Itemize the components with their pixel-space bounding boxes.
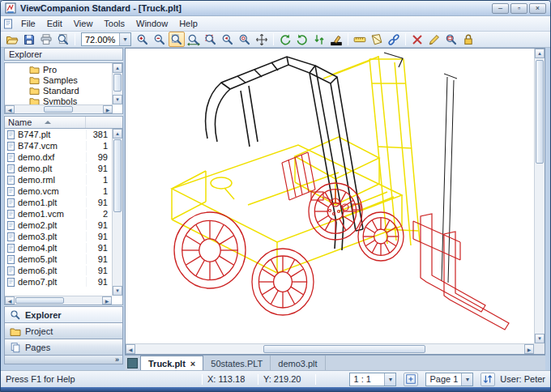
menu-view[interactable]: View (68, 17, 99, 30)
menu-edit[interactable]: Edit (41, 17, 68, 30)
zoom-rect-icon[interactable] (203, 32, 219, 47)
scroll-down-icon[interactable]: ▼ (113, 95, 122, 104)
file-list-horizontal-scrollbar[interactable]: ◀ ▶ (5, 296, 112, 305)
chevron-down-icon[interactable]: ▼ (461, 373, 472, 386)
erase-icon[interactable] (409, 32, 425, 47)
close-button[interactable]: × (529, 3, 546, 14)
scrollbar-thumb[interactable] (44, 106, 73, 113)
page-jump-button[interactable] (481, 373, 495, 386)
magnifier-window-icon[interactable] (443, 32, 459, 47)
canvas-vertical-scrollbar[interactable]: ▲ ▼ (534, 49, 545, 343)
flip-vertical-icon[interactable] (311, 32, 327, 47)
size-column-header[interactable] (86, 117, 122, 128)
file-row[interactable]: B747.plt381 (5, 129, 112, 140)
chevron-down-icon[interactable]: ▼ (119, 33, 130, 45)
tree-horizontal-scrollbar[interactable]: ◀ ▶ (5, 104, 113, 113)
maximize-button[interactable]: ▫ (510, 3, 528, 14)
file-row[interactable]: demo6.plt91 (5, 265, 112, 276)
print-preview-icon[interactable] (55, 32, 71, 47)
menu-tools[interactable]: Tools (98, 17, 130, 30)
file-row[interactable]: B747.vcm1 (5, 140, 112, 151)
chevron-down-icon[interactable]: ▼ (384, 373, 395, 386)
sidebar-nav-pages[interactable]: Pages (4, 339, 123, 356)
drawing-canvas[interactable]: ▲ ▼ ◀ ▶ (125, 48, 545, 355)
minimize-button[interactable]: – (492, 3, 509, 14)
scrollbar-thumb[interactable] (15, 297, 64, 304)
scrollbar-thumb[interactable] (263, 345, 425, 353)
chevrons-icon[interactable]: » (115, 356, 119, 364)
measure-distance-icon[interactable] (352, 32, 368, 47)
file-row[interactable]: demo5.plt91 (5, 254, 112, 265)
scroll-right-icon[interactable]: ▶ (524, 344, 534, 354)
scrollbar-thumb[interactable] (113, 74, 122, 92)
name-column-label: Name (8, 117, 32, 127)
tab-demo3.plt[interactable]: demo3.plt (271, 356, 325, 371)
scrollbar-thumb[interactable] (113, 139, 122, 212)
rotate-right-icon[interactable] (294, 32, 310, 47)
scroll-up-icon[interactable]: ▲ (535, 49, 545, 58)
sidebar-nav-explorer[interactable]: Explorer (4, 306, 123, 323)
mdi-child-icon[interactable] (3, 19, 13, 29)
markup-pen-icon[interactable] (426, 32, 442, 47)
canvas-horizontal-scrollbar[interactable]: ◀ ▶ (126, 343, 534, 354)
tree-item[interactable]: Pro (5, 64, 113, 75)
lock-icon[interactable] (460, 32, 476, 47)
file-row[interactable]: demo7.plt91 (5, 276, 112, 288)
sidebar-overflow-strip[interactable]: » (4, 355, 123, 364)
pen-color-icon[interactable] (328, 32, 344, 47)
tab-50states.plt[interactable]: 50states.PLT (203, 356, 271, 371)
scroll-up-icon[interactable]: ▲ (113, 63, 122, 73)
tree-item[interactable]: Standard (5, 85, 113, 96)
tree-item[interactable]: Samples (5, 75, 113, 85)
name-column-header[interactable]: Name (5, 117, 86, 128)
open-icon[interactable] (4, 32, 20, 47)
sidebar-nav-project[interactable]: Project (4, 322, 123, 339)
scroll-left-icon[interactable]: ◀ (126, 344, 135, 354)
file-row[interactable]: demo.dxf99 (5, 151, 112, 163)
measure-area-icon[interactable] (369, 32, 385, 47)
file-row[interactable]: demo.vcm1 (5, 185, 112, 197)
zoom-level-combo[interactable]: 72.00%▼ (81, 32, 131, 46)
scrollbar-thumb[interactable] (536, 60, 544, 164)
zoom-all-icon[interactable] (237, 32, 253, 47)
scroll-up-icon[interactable]: ▲ (113, 129, 122, 138)
page-combo[interactable]: Page 1 ▼ (425, 373, 473, 386)
titlebar[interactable]: ViewCompanion Standard - [Truck.plt] – ▫… (1, 1, 550, 16)
file-row[interactable]: demo3.plt91 (5, 231, 112, 242)
menu-file[interactable]: File (15, 17, 41, 30)
fit-scale-button[interactable] (404, 373, 418, 386)
scroll-left-icon[interactable]: ◀ (5, 105, 15, 113)
scroll-down-icon[interactable]: ▼ (535, 334, 545, 343)
folder-tree[interactable]: ProSamplesStandardSymbols ▲ ▼ ◀ ▶ (4, 62, 123, 114)
scroll-left-icon[interactable]: ◀ (5, 296, 15, 305)
zoom-previous-icon[interactable] (220, 32, 236, 47)
file-list-vertical-scrollbar[interactable]: ▲ ▼ (112, 129, 122, 296)
zoom-width-icon[interactable] (186, 32, 202, 47)
tree-vertical-scrollbar[interactable]: ▲ ▼ (112, 63, 122, 104)
scroll-right-icon[interactable]: ▶ (102, 296, 112, 305)
menu-help[interactable]: Help (173, 17, 203, 30)
file-row[interactable]: demo2.plt91 (5, 219, 112, 231)
print-icon[interactable] (38, 32, 54, 47)
scale-combo[interactable]: 1 : 1 ▼ (349, 373, 396, 386)
file-list[interactable]: B747.plt381B747.vcm1demo.dxf99demo.plt91… (4, 128, 123, 305)
hyperlink-icon[interactable] (386, 32, 402, 47)
file-row[interactable]: demo4.plt91 (5, 242, 112, 254)
file-row[interactable]: demo.plt91 (5, 163, 112, 174)
file-row[interactable]: demo1.plt91 (5, 197, 112, 208)
tab-close-icon[interactable]: × (190, 359, 195, 369)
tab-truck.plt[interactable]: Truck.plt× (140, 356, 203, 371)
menu-window[interactable]: Window (130, 17, 173, 30)
zoom-out-icon[interactable] (152, 32, 168, 47)
pan-icon[interactable] (254, 32, 270, 47)
rotate-left-icon[interactable] (277, 32, 293, 47)
scroll-down-icon[interactable]: ▼ (113, 286, 122, 296)
save-icon[interactable] (21, 32, 37, 47)
tree-item[interactable]: Symbols (5, 96, 113, 104)
tab-menu-button[interactable] (127, 358, 138, 369)
file-row[interactable]: demo1.vcm2 (5, 208, 112, 219)
scroll-right-icon[interactable]: ▶ (103, 105, 113, 113)
file-row[interactable]: demo.rml1 (5, 174, 112, 185)
zoom-in-icon[interactable] (135, 32, 151, 47)
zoom-page-icon[interactable] (169, 32, 185, 47)
